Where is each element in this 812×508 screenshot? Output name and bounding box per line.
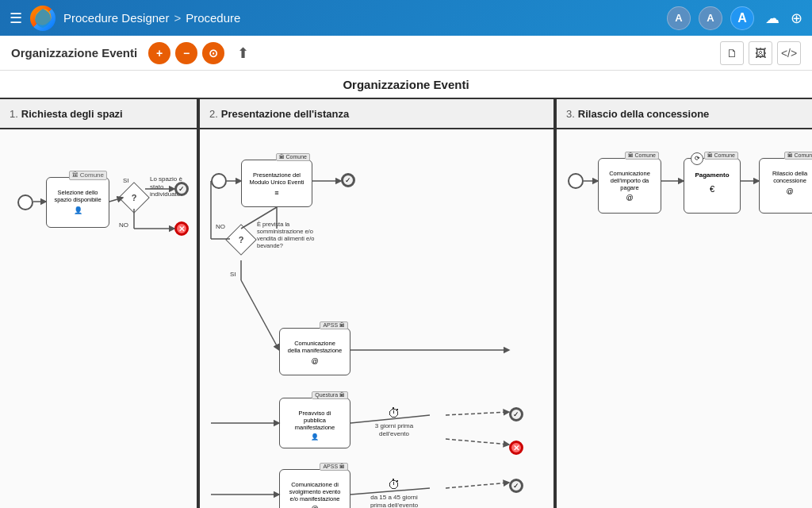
org-comune-tag-1: 🏛 Comune: [69, 171, 107, 180]
lane-3-label: Rilascio della concessione: [578, 108, 709, 120]
diagram-title: Organizzazione Eventi: [0, 71, 812, 99]
start-event-l3: [568, 173, 584, 189]
top-navigation: ☰ Procedure Designer > Procedure A A A ☁…: [0, 0, 812, 36]
lane-1-content: 🏛 Comune Selezione dellospazio disponibi…: [0, 129, 197, 508]
canvas-area: Organizzazione Eventi 1. Richiesta degli…: [0, 71, 812, 508]
task-comunicazione-svolg-label: Comunicazione disvolgimento eventoe/o ma…: [289, 481, 341, 502]
toolbar: Organizzazione Eventi + − ⊙ ⬆ 🗋 🖼 </>: [0, 36, 812, 71]
gateway-space-label: Lo spazio è stato individuato?: [150, 175, 197, 198]
task-selezione-label: Selezione dellospazio disponibile: [54, 189, 101, 203]
start-event-l2: [211, 173, 227, 189]
time-annotation-1: ⏱ 3 giorni prima dell'evento: [362, 406, 426, 439]
end-check-l2-r3: ✓: [509, 479, 523, 493]
lane-2-label: Presentazione dell'istanza: [221, 108, 349, 120]
task-preavviso-label: Preavviso dipubblicamanifestazione: [295, 410, 335, 431]
avatar-3[interactable]: A: [730, 6, 754, 30]
no-label-2: NO: [216, 223, 225, 230]
org-apss-tag: APSS 🏛: [320, 321, 348, 329]
task-selezione-icons: 👤: [74, 206, 82, 215]
org-comune-tag-l3-1: 🏛 Comune: [625, 152, 659, 160]
gateway-alimenti: ?: [225, 224, 257, 256]
nav-separator: >: [174, 11, 181, 25]
task-comunicazione-svolg[interactable]: APSS 🏛 Comunicazione disvolgimento event…: [279, 469, 350, 508]
add-icon[interactable]: ⊕: [791, 10, 802, 27]
task-preavviso[interactable]: Questura 🏛 Preavviso dipubblicamanifesta…: [279, 398, 350, 448]
org-comune-tag-2: 🏛 Comune: [276, 153, 310, 161]
task-pagamento[interactable]: 🏛 Comune ⟳ Pagamento €: [684, 158, 741, 214]
cursor-icon: ⬆: [237, 44, 249, 62]
start-event: [17, 194, 33, 210]
gateway-alimenti-inner: ?: [231, 229, 251, 250]
task-comunicazione-icon: @: [311, 357, 318, 366]
lane-2: 2. Presentazione dell'istanza 🏛 Comune P…: [198, 99, 555, 508]
lanes-container: 1. Richiesta degli spazi 🏛 Comune Selezi…: [0, 99, 812, 508]
person-icon: 👤: [74, 206, 82, 215]
si-label-2: SI: [230, 271, 236, 278]
zoom-in-button[interactable]: +: [148, 42, 170, 64]
no-label-1: NO: [119, 221, 128, 229]
intermediate-event-pagamento: ⟳: [691, 152, 703, 165]
avatar-1[interactable]: A: [667, 6, 691, 30]
task-modulo-label: Presentazione delModulo Unico Eventi: [250, 171, 304, 186]
nav-section: Procedure: [186, 11, 240, 25]
org-comune-tag-l3-2: 🏛 Comune: [704, 152, 738, 160]
lane-3-number: 3.: [566, 108, 575, 120]
task-importo[interactable]: 🏛 Comune Comunicazionedell'importo dapag…: [598, 158, 661, 214]
lane-1-header: 1. Richiesta degli spazi: [0, 99, 197, 129]
document-icon[interactable]: 🗋: [720, 41, 744, 65]
org-comune-tag-l3-3: 🏛 Comune: [784, 152, 812, 160]
time-annotation-2: ⏱ da 15 a 45 giorni prima dell'evento: [362, 477, 426, 508]
task-rilascio-icon: @: [786, 187, 793, 196]
task-comunicazione-manif-label: Comunicazionedella manifestazione: [288, 340, 342, 354]
nav-title: Procedure Designer > Procedure: [63, 11, 240, 25]
code-icon[interactable]: </>: [777, 41, 801, 65]
lane-2-header: 2. Presentazione dell'istanza: [200, 99, 553, 129]
org-apss-tag-2: APSS 🏛: [320, 463, 348, 471]
task-selezione-spazio[interactable]: 🏛 Comune Selezione dellospazio disponibi…: [46, 177, 109, 228]
zoom-out-button[interactable]: −: [175, 42, 197, 64]
lane-2-content: 🏛 Comune Presentazione delModulo Unico E…: [200, 129, 553, 508]
task-rilascio[interactable]: 🏛 Comune Rilascio dellaconcessione @: [759, 158, 812, 214]
task-pagamento-icon: €: [710, 184, 714, 194]
lane-1-number: 1.: [10, 108, 18, 120]
hamburger-icon[interactable]: ☰: [10, 10, 22, 27]
gateway-space-inner: ?: [124, 187, 144, 208]
app-logo: [30, 6, 56, 31]
app-name-label: Procedure Designer: [63, 11, 169, 25]
gateway-space: ?: [118, 182, 150, 214]
lane-3-header: 3. Rilascio della concessione: [557, 99, 812, 129]
task-importo-icon: @: [626, 194, 633, 202]
task-preavviso-icon: 👤: [311, 433, 319, 441]
lane-1-label: Richiesta degli spazi: [21, 108, 123, 120]
task-comunicazione-manif[interactable]: APSS 🏛 Comunicazionedella manifestazione…: [279, 328, 350, 375]
end-x-l2-r2: ✕: [509, 441, 523, 455]
lane-3-content: 🏛 Comune Comunicazionedell'importo dapag…: [557, 129, 812, 508]
svg-line-21: [446, 483, 509, 488]
svg-line-13: [241, 280, 279, 350]
task-modulo-icon: ≡: [274, 189, 278, 198]
end-check-l2-top: ✓: [341, 173, 355, 187]
si-label-1: SI: [123, 177, 129, 184]
task-rilascio-label: Rilascio dellaconcessione: [772, 170, 807, 184]
gateway-alimenti-label: È prevista la somministrazione e/o vendi…: [257, 221, 320, 249]
zoom-reset-button[interactable]: ⊙: [202, 42, 224, 64]
task-comunicazione-svolg-icon: @: [311, 505, 318, 508]
lane-1: 1. Richiesta degli spazi 🏛 Comune Selezi…: [0, 99, 198, 508]
lane-3: 3. Rilascio della concessione 🏛 Comune C…: [555, 99, 812, 508]
cloud-icon[interactable]: ☁: [765, 10, 779, 27]
task-modulo[interactable]: 🏛 Comune Presentazione delModulo Unico E…: [241, 160, 312, 207]
svg-line-19: [446, 412, 509, 415]
end-check-l2-r2: ✓: [509, 407, 523, 421]
end-event-x: ✕: [174, 221, 189, 236]
lane-2-number: 2.: [209, 108, 218, 120]
page-title: Organizzazione Eventi: [11, 46, 137, 60]
task-pagamento-label: Pagamento: [695, 171, 729, 179]
task-importo-label: Comunicazionedell'importo dapagare: [609, 170, 650, 191]
image-icon[interactable]: 🖼: [749, 41, 772, 65]
org-questura-tag: Questura 🏛: [312, 391, 348, 399]
end-event-check: ✓: [174, 182, 189, 196]
avatar-2[interactable]: A: [699, 6, 722, 30]
svg-line-20: [446, 439, 509, 444]
